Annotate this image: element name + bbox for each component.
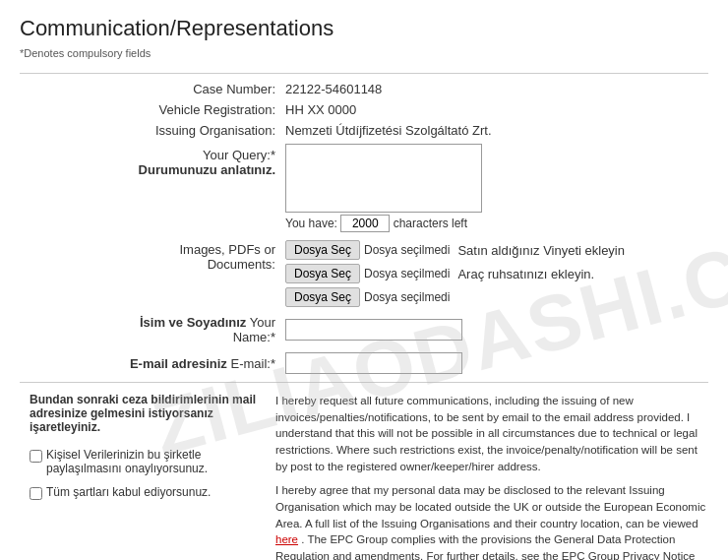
issuing-org-label: Issuing Organisation:: [118, 123, 285, 138]
consent-label: Kişisel Verilerinizin bu şirketle paylaş…: [46, 448, 266, 475]
name-label-turkish: İsim ve Soyadınız: [140, 315, 246, 330]
consent-row: Kişisel Verilerinizin bu şirketle paylaş…: [30, 448, 266, 475]
docs-row: Images, PDFs or Documents: Dosya Seç Dos…: [20, 240, 708, 307]
file-note-2: Araç ruhsatınızı ekleyin.: [457, 267, 594, 281]
terms-checkbox[interactable]: [30, 487, 42, 500]
terms-label: Tüm şartları kabul ediyorsunuz.: [46, 485, 211, 499]
chars-label-after: characters left: [394, 217, 467, 230]
email-input[interactable]: [285, 352, 462, 374]
query-textarea[interactable]: [285, 144, 482, 213]
file-btn-3[interactable]: Dosya Seç: [285, 287, 360, 307]
name-input[interactable]: [285, 319, 462, 341]
name-row: İsim ve Soyadınız Your Name:*: [20, 315, 708, 344]
name-label: İsim ve Soyadınız Your Name:*: [118, 315, 285, 344]
right-column: I hereby request all future communicatio…: [275, 393, 708, 560]
issuing-org-row: Issuing Organisation: Nemzeti Útdíjfizet…: [20, 123, 708, 138]
case-number-row: Case Number: 22122-54601148: [20, 82, 708, 96]
left-column: Bundan sonraki ceza bildirimlerinin mail…: [30, 393, 266, 560]
file-name-3: Dosya seçilmedi: [364, 290, 450, 304]
right-para-2: I hereby agree that my personal data may…: [275, 482, 708, 560]
file-row-2: Dosya Seç Dosya seçilmedi Araç ruhsatını…: [285, 264, 625, 283]
query-row: Your Query:* Durumunuzu anlatınız. You h…: [20, 144, 708, 232]
chars-count-input[interactable]: [340, 215, 390, 232]
query-right: You have: characters left: [285, 144, 482, 232]
terms-row: Tüm şartları kabul ediyorsunuz.: [30, 485, 266, 500]
vehicle-reg-value: HH XX 0000: [285, 102, 356, 117]
right-para-1: I hereby request all future communicatio…: [275, 393, 708, 474]
chars-info: You have: characters left: [285, 215, 482, 232]
email-row: E-mail adresiniz E-mail:*: [20, 352, 708, 374]
compulsory-note: *Denotes compulsory fields: [20, 47, 708, 59]
divider-bottom: [20, 382, 708, 383]
email-pref-item: Bundan sonraki ceza bildirimlerinin mail…: [30, 393, 266, 434]
page-container: ZILIAODASHI.COM Communication/Representa…: [0, 0, 728, 560]
docs-right: Dosya Seç Dosya seçilmedi Satın aldığını…: [285, 240, 625, 307]
file-row-1: Dosya Seç Dosya seçilmedi Satın aldığını…: [285, 240, 625, 260]
email-label: E-mail adresiniz E-mail:*: [118, 356, 285, 371]
email-label-english: E-mail:*: [230, 356, 275, 371]
email-label-turkish: E-mail adresiniz: [130, 356, 227, 371]
bottom-section: Bundan sonraki ceza bildirimlerinin mail…: [20, 393, 708, 560]
file-name-1: Dosya seçilmedi: [364, 243, 450, 257]
page-title: Communication/Representations: [20, 16, 708, 41]
consent-checkbox[interactable]: [30, 450, 42, 463]
case-number-label: Case Number:: [118, 82, 285, 96]
query-label-english: Your Query:*: [203, 148, 275, 162]
vehicle-reg-row: Vehicle Registration: HH XX 0000: [20, 102, 708, 117]
issuing-org-value: Nemzeti Útdíjfizetési Szolgáltató Zrt.: [285, 123, 492, 138]
here-link[interactable]: here: [275, 533, 298, 545]
file-btn-1[interactable]: Dosya Seç: [285, 240, 360, 260]
divider-top: [20, 73, 708, 74]
case-number-value: 22122-54601148: [285, 82, 382, 96]
form-section: Case Number: 22122-54601148 Vehicle Regi…: [20, 82, 708, 374]
para2-after: . The EPC Group complies with the provis…: [275, 533, 695, 560]
file-note-1: Satın aldığınız Vinyeti ekleyin: [457, 243, 625, 258]
query-label: Your Query:* Durumunuzu anlatınız.: [118, 144, 285, 177]
file-row-3: Dosya Seç Dosya seçilmedi: [285, 287, 625, 307]
file-name-2: Dosya seçilmedi: [364, 267, 450, 280]
chars-label-before: You have:: [285, 217, 337, 230]
docs-label: Images, PDFs or Documents:: [118, 240, 285, 272]
file-btn-2[interactable]: Dosya Seç: [285, 264, 360, 283]
para2-before: I hereby agree that my personal data may…: [275, 484, 705, 529]
query-label-turkish: Durumunuzu anlatınız.: [118, 162, 275, 177]
vehicle-reg-label: Vehicle Registration:: [118, 102, 285, 117]
email-pref-title: Bundan sonraki ceza bildirimlerinin mail…: [30, 393, 266, 434]
